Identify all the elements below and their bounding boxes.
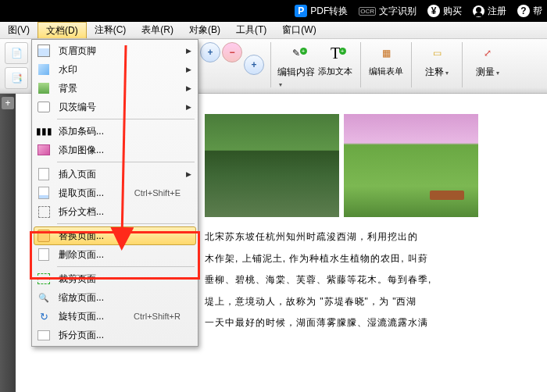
menu-item-label: 贝茨编号 [59,101,191,114]
hf-icon [35,43,52,59]
text-line: 堤上，意境动人，故称为 "苏堤春晓"，为 "西湖 [205,291,533,313]
menu-separator [57,223,195,224]
zoom-in-button-2[interactable]: + [244,55,264,75]
menu-separator [57,162,195,162]
ocr-button[interactable]: OCR文字识别 [359,5,417,18]
im-icon [35,142,52,158]
menu-item-6[interactable]: 插入页面▶ [34,165,196,184]
bg-icon [35,80,52,96]
zp-icon [35,290,52,305]
submenu-arrow-icon: ▶ [186,170,191,178]
document-image-2 [344,114,478,217]
menu-item-8[interactable]: 拆分文档... [34,202,196,221]
bc-icon: ▮▮▮ [35,123,52,139]
menu-item-label: 插入页面 [59,168,191,181]
menu-item-10[interactable]: 删除页面... [34,245,196,264]
zoom-out-button[interactable]: − [222,42,242,62]
menu-item-label: 拆分页面... [59,329,191,342]
menu-item-9[interactable]: 替换页面... [34,226,196,245]
menu-item-14[interactable]: 拆分页面... [34,326,196,344]
annotate-icon: ▭ [426,42,448,64]
menu-item-12[interactable]: 缩放页面... [34,288,196,307]
menu-item-shortcut: Ctrl+Shift+R [134,312,181,321]
pg-icon [35,166,52,182]
register-button[interactable]: 注册 [473,5,506,18]
sidebar-add-button[interactable]: + [2,97,14,109]
help-icon: ? [517,5,530,17]
title-bar: PPDF转换 OCR文字识别 ¥购买 注册 ?帮 [0,0,547,22]
menu-object[interactable]: 对象(B) [181,22,228,38]
tool-small-2[interactable]: 📑 [5,67,28,89]
text-line: 木作架, 上铺泥土, 作为种植水生植物的农田, 叫葑 [205,248,533,270]
menu-item-13[interactable]: 旋转页面...Ctrl+Shift+R [34,307,196,326]
rt-icon [35,308,52,324]
document-menu-dropdown: 页眉页脚▶水印▶背景▶贝茨编号▶▮▮▮添加条码...添加图像...插入页面▶提取… [31,39,198,347]
menu-tools[interactable]: 工具(T) [228,22,274,38]
user-icon [473,5,484,17]
menu-item-7[interactable]: 提取页面...Ctrl+Shift+E [34,184,196,202]
menu-item-4[interactable]: ▮▮▮添加条码... [34,122,196,141]
menu-item-label: 水印 [59,63,191,77]
menu-separator [57,119,195,119]
menu-item-0[interactable]: 页眉页脚▶ [34,41,196,60]
menu-bar: 图(V) 文档(D) 注释(C) 表单(R) 对象(B) 工具(T) 窗口(W) [0,22,547,39]
help-button[interactable]: ?帮 [517,5,542,18]
text-line: 北宋苏东坡任杭州知州时疏浚西湖，利用挖出的 [205,226,533,248]
dp-icon [35,247,52,262]
wm-icon [35,62,52,77]
annotate-button[interactable]: ▭注释▾ [418,41,456,79]
menu-view[interactable]: 图(V) [0,22,38,38]
submenu-arrow-icon: ▶ [186,66,191,73]
submenu-arrow-icon: ▶ [186,103,191,111]
document-text: 北宋苏东坡任杭州知州时疏浚西湖，利用挖出的 木作架, 上铺泥土, 作为种植水生植… [205,226,533,334]
tool-small-1[interactable]: 📄 [5,42,28,64]
menu-item-label: 提取页面... [59,187,134,200]
cp-icon [35,271,52,287]
yen-icon: ¥ [427,5,440,17]
menu-item-label: 背景 [59,82,191,95]
eq-icon [35,185,52,201]
ocr-icon: OCR [359,7,376,16]
menu-item-label: 删除页面... [59,248,191,262]
menu-item-2[interactable]: 背景▶ [34,79,196,98]
text-line: 垂柳、碧桃、海棠、芙蓉、紫藤等花木。每到春季, [205,269,533,291]
text-line: 一天中最好的时候，湖面薄雾朦朦、湿漉漉露水满 [205,312,533,334]
menu-item-11[interactable]: 裁剪页面 [34,269,196,288]
edit-form-button[interactable]: ▦编辑表单 [367,41,405,77]
menu-document[interactable]: 文档(D) [38,22,87,38]
menu-item-label: 旋转页面... [59,310,134,323]
sp-icon [35,204,52,219]
menu-item-label: 裁剪页面 [59,273,191,286]
document-images [205,114,478,217]
menu-separator [57,266,195,267]
menu-item-1[interactable]: 水印▶ [34,60,196,79]
s2-icon [35,327,52,343]
menu-window[interactable]: 窗口(W) [274,22,324,38]
menu-item-label: 替换页面... [59,230,191,243]
measure-button[interactable]: ⤢测量▾ [469,41,506,79]
measure-icon: ⤢ [477,42,499,64]
zoom-in-button[interactable]: + [200,42,220,62]
bt-icon [35,99,52,115]
menu-item-label: 添加条码... [59,125,191,138]
add-text-button[interactable]: T+添加文本 [316,41,354,77]
edit-form-icon: ▦ [375,42,397,64]
menu-item-label: 页眉页脚 [59,45,191,58]
menu-item-3[interactable]: 贝茨编号▶ [34,98,196,116]
menu-item-label: 拆分文档... [59,205,191,219]
edit-content-button[interactable]: ✎+编辑内容▾ [277,41,315,88]
menu-form[interactable]: 表单(R) [134,22,181,38]
buy-button[interactable]: ¥购买 [427,5,462,18]
document-image-1 [205,114,339,217]
menu-item-5[interactable]: 添加图像... [34,141,196,159]
add-text-icon: T+ [324,42,346,64]
edit-content-icon: ✎+ [285,42,307,64]
submenu-arrow-icon: ▶ [186,84,191,92]
pdf-icon: P [295,5,307,17]
rp-icon [35,228,52,244]
pdf-convert-button[interactable]: PPDF转换 [295,5,348,18]
menu-item-label: 添加图像... [59,144,191,157]
menu-comment[interactable]: 注释(C) [87,22,134,38]
submenu-arrow-icon: ▶ [186,47,191,55]
left-sidebar: + [0,94,16,392]
